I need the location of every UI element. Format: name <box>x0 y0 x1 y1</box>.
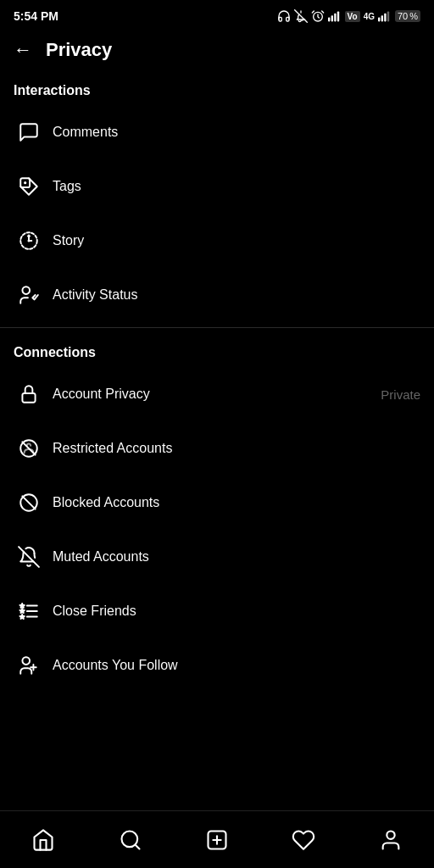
follow-icon <box>14 650 44 681</box>
section-connections-header: Connections <box>0 333 434 367</box>
nav-activity[interactable] <box>278 821 329 859</box>
home-icon <box>31 828 55 852</box>
comments-label: Comments <box>53 125 420 140</box>
menu-item-comments[interactable]: Comments <box>0 105 434 159</box>
svg-point-11 <box>24 181 26 184</box>
section-interactions-header: Interactions <box>0 71 434 105</box>
status-bar: 5:54 PM Vo 4G <box>0 0 434 31</box>
nav-new-post[interactable] <box>192 821 242 859</box>
svg-rect-2 <box>328 18 330 22</box>
muted-icon <box>14 542 44 572</box>
section-divider <box>0 327 434 328</box>
tags-icon <box>14 171 44 202</box>
status-icons: Vo 4G 70 % <box>277 9 420 23</box>
activity-status-label: Activity Status <box>53 287 420 303</box>
svg-line-38 <box>135 844 139 849</box>
svg-rect-19 <box>22 393 35 403</box>
header: ← Privacy <box>0 31 434 71</box>
battery-indicator: 70 % <box>395 10 420 22</box>
comment-icon <box>14 117 44 147</box>
nav-home[interactable] <box>18 821 69 859</box>
menu-item-account-privacy[interactable]: Account Privacy Private <box>0 367 434 421</box>
svg-point-42 <box>387 831 394 838</box>
lock-icon <box>14 379 44 409</box>
back-button[interactable]: ← <box>14 41 32 59</box>
heart-icon <box>292 828 315 852</box>
close-friends-icon: ★ ★ ★ <box>14 596 44 626</box>
svg-line-23 <box>22 496 35 509</box>
svg-rect-8 <box>384 14 386 22</box>
bottom-navigation <box>0 810 434 868</box>
close-friends-label: Close Friends <box>53 604 420 619</box>
svg-rect-3 <box>331 15 332 21</box>
blocked-icon <box>14 487 44 518</box>
svg-point-18 <box>22 287 30 294</box>
activity-status-icon <box>14 280 44 310</box>
content: Interactions Comments Tags <box>0 71 434 760</box>
tags-label: Tags <box>53 179 420 194</box>
user-icon <box>379 828 403 852</box>
menu-item-blocked-accounts[interactable]: Blocked Accounts <box>0 476 434 530</box>
menu-item-accounts-you-follow[interactable]: Accounts You Follow <box>0 638 434 693</box>
accounts-you-follow-label: Accounts You Follow <box>53 658 420 673</box>
svg-line-24 <box>19 547 39 567</box>
menu-item-restricted-accounts[interactable]: Restricted Accounts <box>0 421 434 476</box>
nav-profile[interactable] <box>365 821 416 859</box>
menu-item-activity-status[interactable]: Activity Status <box>0 268 434 322</box>
search-icon <box>119 828 142 852</box>
svg-rect-4 <box>334 14 336 22</box>
menu-item-close-friends[interactable]: ★ ★ ★ Close Friends <box>0 584 434 638</box>
status-time: 5:54 PM <box>14 9 58 23</box>
plus-square-icon <box>205 828 229 852</box>
page-title: Privacy <box>46 39 112 61</box>
account-privacy-label: Account Privacy <box>53 387 381 402</box>
muted-accounts-label: Muted Accounts <box>53 549 420 565</box>
account-privacy-value: Private <box>381 387 420 402</box>
back-arrow-icon: ← <box>14 41 32 59</box>
menu-item-tags[interactable]: Tags <box>0 159 434 214</box>
menu-item-muted-accounts[interactable]: Muted Accounts <box>0 530 434 584</box>
svg-rect-5 <box>337 11 338 21</box>
svg-rect-6 <box>378 18 380 22</box>
blocked-accounts-label: Blocked Accounts <box>53 495 420 510</box>
story-label: Story <box>53 233 420 248</box>
svg-rect-9 <box>387 11 389 21</box>
svg-rect-7 <box>381 15 383 21</box>
svg-point-34 <box>22 657 30 665</box>
story-icon <box>14 225 44 256</box>
svg-point-15 <box>28 240 29 241</box>
restricted-accounts-label: Restricted Accounts <box>53 441 420 456</box>
menu-item-story[interactable]: Story <box>0 214 434 268</box>
svg-text:★: ★ <box>19 614 25 620</box>
nav-search[interactable] <box>105 821 156 859</box>
restricted-icon <box>14 433 44 464</box>
